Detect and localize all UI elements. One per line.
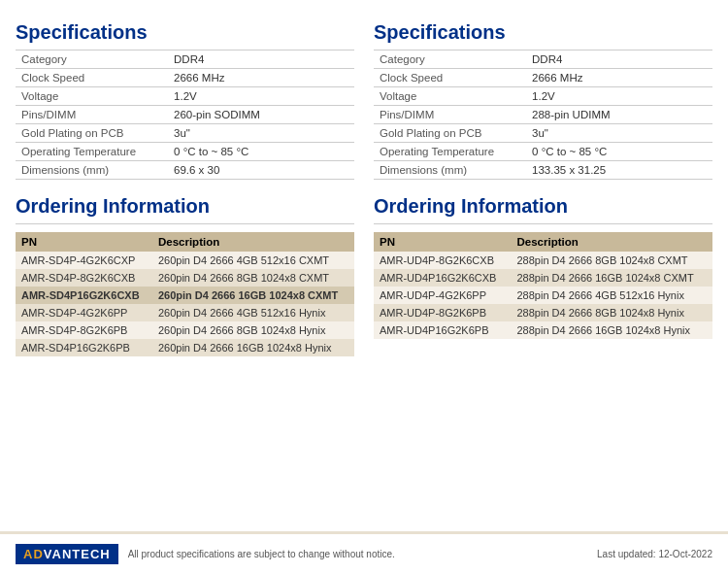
spec-label: Operating Temperature (374, 143, 526, 161)
advantech-logo: ADVANTECH (16, 544, 118, 564)
list-item: AMR-UD4P16G2K6PB288pin D4 2666 16GB 1024… (374, 321, 712, 339)
description: 260pin D4 2666 8GB 1024x8 Hynix (152, 321, 354, 339)
part-number: AMR-SD4P-4G2K6CXP (16, 252, 152, 269)
part-number: AMR-SD4P-8G2K6CXB (16, 269, 152, 287)
spec-value: 3u" (168, 124, 354, 143)
description: 288pin D4 2666 8GB 1024x8 CXMT (511, 252, 712, 269)
right-column: Specifications CategoryDDR4Clock Speed26… (374, 12, 712, 356)
spec-label: Voltage (16, 87, 168, 106)
table-row: CategoryDDR4 (16, 51, 354, 69)
column-header: Description (152, 232, 354, 252)
spec-label: Gold Plating on PCB (16, 124, 168, 143)
footer-left: ADVANTECH All product specifications are… (16, 544, 395, 564)
footer-note: All product specifications are subject t… (128, 549, 395, 559)
part-number: AMR-UD4P-4G2K6PP (374, 287, 511, 304)
description: 288pin D4 2666 16GB 1024x8 CXMT (511, 269, 712, 287)
spec-label: Clock Speed (374, 69, 526, 87)
part-number: AMR-SD4P16G2K6CXB (16, 287, 152, 304)
list-item: AMR-SD4P-4G2K6PP260pin D4 2666 4GB 512x1… (16, 304, 354, 321)
spec-value: 0 °C to ~ 85 °C (526, 143, 712, 161)
logo-ad: AD (23, 547, 44, 561)
right-specs-title: Specifications (374, 21, 712, 44)
spec-value: 1.2V (168, 87, 354, 106)
part-number: AMR-SD4P-8G2K6PB (16, 321, 152, 339)
spec-value: 1.2V (526, 87, 712, 106)
left-ordering-table: PNDescription AMR-SD4P-4G2K6CXP260pin D4… (16, 232, 354, 356)
column-header: Description (511, 232, 712, 252)
list-item: AMR-SD4P16G2K6CXB260pin D4 2666 16GB 102… (16, 287, 354, 304)
spec-label: Pins/DIMM (16, 106, 168, 124)
part-number: AMR-UD4P-8G2K6CXB (374, 252, 511, 269)
spec-value: 2666 MHz (526, 69, 712, 87)
list-item: AMR-UD4P-8G2K6CXB288pin D4 2666 8GB 1024… (374, 252, 712, 269)
description: 260pin D4 2666 4GB 512x16 Hynix (152, 304, 354, 321)
table-row: Dimensions (mm)69.6 x 30 (16, 161, 354, 180)
spec-value: 69.6 x 30 (168, 161, 354, 180)
spec-label: Pins/DIMM (374, 106, 526, 124)
table-row: Pins/DIMM260-pin SODIMM (16, 106, 354, 124)
part-number: AMR-UD4P-8G2K6PB (374, 304, 511, 321)
column-header: PN (374, 232, 511, 252)
part-number: AMR-SD4P16G2K6PB (16, 339, 152, 356)
left-column: Specifications CategoryDDR4Clock Speed26… (16, 12, 354, 356)
left-specs-title: Specifications (16, 21, 354, 44)
list-item: AMR-SD4P-8G2K6PB260pin D4 2666 8GB 1024x… (16, 321, 354, 339)
right-ordering-table: PNDescription AMR-UD4P-8G2K6CXB288pin D4… (374, 232, 712, 339)
list-item: AMR-SD4P-8G2K6CXB260pin D4 2666 8GB 1024… (16, 269, 354, 287)
description: 288pin D4 2666 4GB 512x16 Hynix (511, 287, 712, 304)
description: 260pin D4 2666 16GB 1024x8 Hynix (152, 339, 354, 356)
table-row: Operating Temperature0 °C to ~ 85 °C (374, 143, 712, 161)
spec-label: Category (16, 51, 168, 69)
spec-label: Clock Speed (16, 69, 168, 87)
table-row: Voltage1.2V (374, 87, 712, 106)
spec-value: 133.35 x 31.25 (526, 161, 712, 180)
left-specs-table: CategoryDDR4Clock Speed2666 MHzVoltage1.… (16, 50, 354, 180)
table-row: Gold Plating on PCB3u" (374, 124, 712, 143)
table-row: Operating Temperature0 °C to ~ 85 °C (16, 143, 354, 161)
spec-label: Dimensions (mm) (374, 161, 526, 180)
table-row: Pins/DIMM288-pin UDIMM (374, 106, 712, 124)
spec-value: 0 °C to ~ 85 °C (168, 143, 354, 161)
spec-value: DDR4 (168, 51, 354, 69)
list-item: AMR-SD4P16G2K6PB260pin D4 2666 16GB 1024… (16, 339, 354, 356)
list-item: AMR-UD4P-8G2K6PB288pin D4 2666 8GB 1024x… (374, 304, 712, 321)
column-header: PN (16, 232, 152, 252)
table-row: Clock Speed2666 MHz (374, 69, 712, 87)
table-row: Dimensions (mm)133.35 x 31.25 (374, 161, 712, 180)
description: 260pin D4 2666 8GB 1024x8 CXMT (152, 269, 354, 287)
description: 260pin D4 2666 16GB 1024x8 CXMT (152, 287, 354, 304)
description: 288pin D4 2666 16GB 1024x8 Hynix (511, 321, 712, 339)
right-specs-table: CategoryDDR4Clock Speed2666 MHzVoltage1.… (374, 50, 712, 180)
description: 260pin D4 2666 4GB 512x16 CXMT (152, 252, 354, 269)
part-number: AMR-UD4P16G2K6CXB (374, 269, 511, 287)
part-number: AMR-UD4P16G2K6PB (374, 321, 511, 339)
table-row: Clock Speed2666 MHz (16, 69, 354, 87)
spec-value: 2666 MHz (168, 69, 354, 87)
left-ordering-title: Ordering Information (16, 195, 354, 218)
spec-label: Category (374, 51, 526, 69)
part-number: AMR-SD4P-4G2K6PP (16, 304, 152, 321)
list-item: AMR-UD4P16G2K6CXB288pin D4 2666 16GB 102… (374, 269, 712, 287)
spec-label: Voltage (374, 87, 526, 106)
right-ordering-title: Ordering Information (374, 195, 712, 218)
spec-value: 260-pin SODIMM (168, 106, 354, 124)
spec-label: Operating Temperature (16, 143, 168, 161)
logo-rest: VANTECH (44, 547, 111, 561)
description: 288pin D4 2666 8GB 1024x8 Hynix (511, 304, 712, 321)
list-item: AMR-SD4P-4G2K6CXP260pin D4 2666 4GB 512x… (16, 252, 354, 269)
spec-value: 3u" (526, 124, 712, 143)
footer: ADVANTECH All product specifications are… (0, 531, 728, 574)
spec-value: 288-pin UDIMM (526, 106, 712, 124)
spec-value: DDR4 (526, 51, 712, 69)
footer-date: Last updated: 12-Oct-2022 (597, 549, 712, 559)
spec-label: Gold Plating on PCB (374, 124, 526, 143)
table-row: Gold Plating on PCB3u" (16, 124, 354, 143)
table-row: CategoryDDR4 (374, 51, 712, 69)
spec-label: Dimensions (mm) (16, 161, 168, 180)
table-row: Voltage1.2V (16, 87, 354, 106)
list-item: AMR-UD4P-4G2K6PP288pin D4 2666 4GB 512x1… (374, 287, 712, 304)
